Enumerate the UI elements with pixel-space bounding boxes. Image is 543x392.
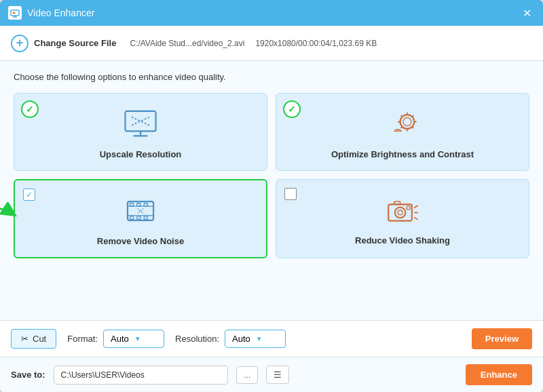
toolbar: + Change Source File C:/AVAide Stud...ed… (0, 26, 543, 61)
instruction-text: Choose the following options to enhance … (14, 72, 529, 82)
shaking-checkbox[interactable] (284, 188, 297, 200)
svg-line-7 (132, 117, 149, 125)
noise-checkbox[interactable] (23, 189, 35, 201)
camera-icon (382, 193, 423, 227)
format-value: Auto (111, 334, 129, 344)
svg-line-38 (414, 217, 417, 219)
brightness-label: Optimize Brightness and Contrast (331, 149, 474, 159)
resolution-value: Auto (232, 334, 250, 344)
cut-button[interactable]: ✂ Cut (11, 329, 56, 349)
add-icon: + (11, 35, 29, 52)
format-dropdown[interactable]: Auto ▼ (103, 330, 164, 348)
save-bar: Save to: ... ☰ Enhance (0, 357, 543, 392)
svg-rect-24 (130, 203, 133, 206)
check-mark-icon: ✓ (288, 104, 296, 115)
change-source-label: Change Source File (34, 38, 116, 49)
browse-button[interactable]: ... (236, 366, 258, 384)
app-icon (8, 6, 22, 20)
titlebar: Video Enhancer ✕ (0, 0, 543, 26)
svg-point-39 (407, 206, 410, 210)
chevron-down-icon: ▼ (134, 335, 141, 342)
noise-option[interactable]: Remove Video Noise (14, 179, 267, 258)
monitor-icon (120, 107, 161, 141)
svg-point-34 (398, 210, 402, 215)
brightness-option[interactable]: ✓ (276, 93, 529, 171)
svg-rect-25 (137, 203, 141, 206)
svg-rect-4 (125, 111, 155, 131)
resolution-dropdown[interactable]: Auto ▼ (225, 330, 286, 348)
open-folder-button[interactable]: ☰ (266, 366, 289, 384)
svg-rect-26 (144, 203, 147, 206)
noise-label: Remove Video Noise (97, 236, 184, 246)
resolution-label: Resolution: (175, 334, 219, 344)
folder-icon: ☰ (274, 370, 282, 380)
svg-line-15 (400, 115, 402, 117)
save-path-input[interactable] (54, 366, 229, 385)
file-meta: 1920x1080/00:00:04/1,023.69 KB (255, 39, 377, 48)
sun-icon (382, 107, 423, 141)
shaking-option[interactable]: Reduce Video Shaking (276, 179, 529, 258)
file-path: C:/AVAide Stud...ed/video_2.avi (130, 39, 244, 48)
format-group: Format: Auto ▼ (67, 330, 164, 348)
svg-point-33 (395, 208, 406, 218)
titlebar-title: Video Enhancer (27, 7, 94, 18)
resolution-group: Resolution: Auto ▼ (175, 330, 286, 348)
content-area: Choose the following options to enhance … (0, 61, 543, 320)
svg-line-8 (132, 117, 149, 125)
options-grid: ✓ Upscale Resolution ✓ (14, 93, 529, 258)
svg-line-17 (412, 115, 414, 117)
format-label: Format: (67, 334, 98, 344)
svg-point-10 (403, 117, 411, 125)
brightness-checkbox[interactable]: ✓ (283, 100, 301, 118)
cut-label: Cut (33, 334, 46, 344)
svg-rect-29 (144, 216, 147, 219)
bottom-bar: ✂ Cut Format: Auto ▼ Resolution: Auto ▼ … (0, 320, 543, 357)
svg-rect-35 (394, 201, 400, 204)
save-label: Save to: (11, 370, 45, 380)
svg-line-36 (414, 205, 417, 208)
upscale-option[interactable]: ✓ Upscale Resolution (14, 93, 267, 171)
scissors-icon: ✂ (21, 334, 29, 344)
close-button[interactable]: ✕ (519, 5, 535, 21)
change-source-button[interactable]: + Change Source File (11, 35, 116, 52)
shaking-label: Reduce Video Shaking (355, 235, 450, 246)
svg-rect-27 (130, 216, 133, 219)
titlebar-left: Video Enhancer (8, 6, 94, 20)
enhance-button[interactable]: Enhance (466, 364, 532, 385)
preview-button[interactable]: Preview (472, 328, 532, 349)
chevron-down-icon: ▼ (256, 335, 263, 342)
svg-line-16 (412, 126, 414, 128)
film-icon (120, 194, 161, 228)
file-info: C:/AVAide Stud...ed/video_2.avi 1920x108… (130, 39, 377, 48)
svg-line-18 (400, 126, 402, 128)
check-mark-icon: ✓ (26, 104, 34, 115)
main-window: Video Enhancer ✕ + Change Source File C:… (0, 0, 543, 392)
upscale-checkbox[interactable]: ✓ (21, 100, 39, 118)
upscale-label: Upscale Resolution (100, 149, 182, 159)
svg-rect-28 (137, 216, 141, 219)
svg-marker-3 (13, 12, 16, 14)
